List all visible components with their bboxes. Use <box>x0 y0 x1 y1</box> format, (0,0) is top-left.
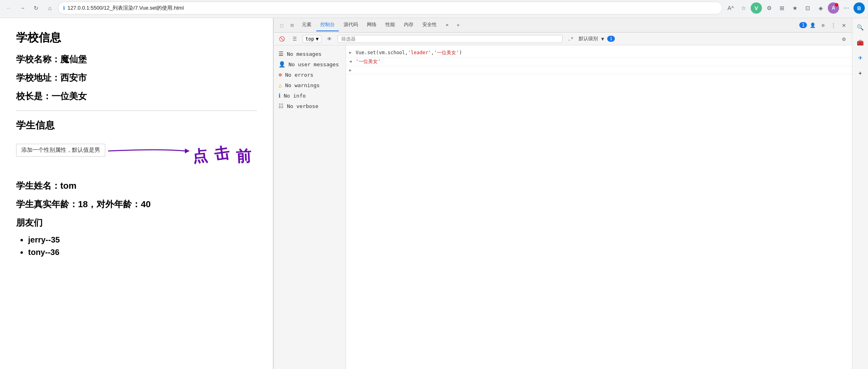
tab-console[interactable]: 控制台 <box>316 19 339 31</box>
eye-icon[interactable]: 👁 <box>325 34 334 44</box>
no-errors-label: No errors <box>285 72 313 78</box>
forward-button[interactable]: → <box>17 2 28 14</box>
friends-title: 朋友们 <box>16 217 257 229</box>
add-btn-area: 添加一个性别属性，默认值是男 点 击 前 <box>16 140 257 172</box>
tab-elements[interactable]: 元素 <box>298 19 315 31</box>
school-leader: 校长是：一位美女 <box>16 90 257 102</box>
devtools-panel: ⬚ ⊡ 元素 控制台 源代码 网络 性能 内存 安全性 » + 1 👤 ⚙ ⋮ … <box>273 18 852 369</box>
copilot-icon[interactable]: ◈ <box>815 2 826 14</box>
favorites-icon[interactable]: ★ <box>789 2 800 14</box>
filter-no-user-messages[interactable]: 👤 No user messages <box>274 59 346 69</box>
page-content: 学校信息 学校名称：魔仙堡 学校地址：西安市 校长是：一位美女 学生信息 添加一… <box>0 18 273 369</box>
level-msg-count: 1 <box>607 36 615 42</box>
console-output: ▶ Vue.set(vm.school,'leader','一位美女') ◀ '… <box>346 45 852 369</box>
devtools-device-icon[interactable]: ⊡ <box>287 20 297 30</box>
clear-console-icon[interactable]: 🚫 <box>277 34 287 44</box>
expand-arrow-1[interactable]: ▶ <box>349 49 354 55</box>
svg-marker-0 <box>185 149 190 153</box>
expand-arrow-3[interactable]: ▶ <box>349 67 354 72</box>
bing-button[interactable]: B <box>854 2 865 14</box>
no-info-label: No info <box>284 93 306 99</box>
no-warnings-label: No warnings <box>285 82 319 88</box>
tab-network[interactable]: 网络 <box>363 19 381 31</box>
list-item: tony--36 <box>28 248 257 257</box>
avatar-wrapper: A <box>828 2 839 14</box>
filter-no-messages[interactable]: ☰ No messages <box>274 49 346 59</box>
regex-icon[interactable]: .* <box>566 34 575 44</box>
no-verbose-label: No verbose <box>287 103 318 109</box>
devtools-body: ☰ No messages 👤 No user messages ⊗ No er… <box>274 45 852 369</box>
star-icon[interactable]: ☆ <box>738 2 749 14</box>
paper-plane-sidebar-icon[interactable]: ✈ <box>854 52 866 64</box>
add-gender-button[interactable]: 添加一个性别属性，默认值是男 <box>16 144 105 157</box>
tab-memory[interactable]: 内存 <box>400 19 418 31</box>
devtools-tab-bar: ⬚ ⊡ 元素 控制台 源代码 网络 性能 内存 安全性 » + 1 👤 ⚙ ⋮ … <box>274 18 852 33</box>
toolbox-sidebar-icon[interactable]: 🧰 <box>854 37 866 49</box>
student-name: 学生姓名：tom <box>16 180 257 192</box>
tab-security[interactable]: 安全性 <box>418 19 441 31</box>
add-sidebar-icon[interactable]: + <box>854 67 866 79</box>
notification-dot <box>835 3 838 6</box>
warnings-icon: △ <box>278 82 282 88</box>
info-icon: ℹ <box>63 5 65 11</box>
school-name: 学校名称：魔仙堡 <box>16 53 257 65</box>
info-icon-filter: ℹ <box>278 92 280 99</box>
console-line-2[interactable]: ◀ '一位美女' <box>346 57 852 66</box>
devtools-more-btn[interactable]: ⋮ <box>829 20 838 30</box>
context-selector[interactable]: top ▼ <box>303 35 321 43</box>
tab-more[interactable]: » <box>442 20 452 31</box>
student-age: 学生真实年龄：18，对外年龄：40 <box>16 198 257 210</box>
address-bar[interactable]: ℹ 127.0.0.1:5500/12_列表渲染/7.Vue.set的使用.ht… <box>58 2 723 14</box>
message-filter-sidebar: ☰ No messages 👤 No user messages ⊗ No er… <box>274 45 346 369</box>
devtools-settings-btn[interactable]: ⚙ <box>818 20 828 30</box>
tab-performance[interactable]: 性能 <box>381 19 399 31</box>
top-label: top <box>305 36 314 42</box>
back-button[interactable]: ← <box>3 2 14 14</box>
extensions-icon[interactable]: ⚙ <box>764 2 775 14</box>
console-result: '一位美女' <box>356 58 381 65</box>
list-item: jerry--35 <box>28 235 257 245</box>
devtools-toolbar: 🚫 ☰ top ▼ 👁 .* 默认级别 ▼ 1 ⚙ <box>274 33 852 45</box>
level-label: 默认级别 <box>579 35 598 42</box>
section-divider <box>16 110 257 111</box>
split-view-icon[interactable]: ⊞ <box>776 2 788 14</box>
filter-no-warnings[interactable]: △ No warnings <box>274 80 346 90</box>
home-button[interactable]: ⌂ <box>44 2 55 14</box>
search-sidebar-icon[interactable]: 🔍 <box>854 21 866 33</box>
toggle-drawer-icon[interactable]: ☰ <box>290 34 299 44</box>
student-section-title: 学生信息 <box>16 119 257 132</box>
messages-icon: ☰ <box>278 51 284 57</box>
url-text: 127.0.0.1:5500/12_列表渲染/7.Vue.set的使用.html <box>68 4 717 12</box>
tab-sources[interactable]: 源代码 <box>340 19 362 31</box>
school-section-title: 学校信息 <box>16 30 257 45</box>
browser-chrome: ← → ↻ ⌂ ℹ 127.0.0.1:5500/12_列表渲染/7.Vue.s… <box>0 0 868 18</box>
console-settings-icon[interactable]: ⚙ <box>839 34 849 44</box>
no-user-messages-label: No user messages <box>289 61 339 67</box>
console-line-3[interactable]: ▶ <box>346 66 852 74</box>
filter-input[interactable] <box>338 35 563 43</box>
filter-no-verbose[interactable]: ☷ No verbose <box>274 101 346 111</box>
expand-arrow-result[interactable]: ◀ <box>349 58 354 63</box>
dropdown-icon: ▼ <box>316 36 319 42</box>
no-messages-label: No messages <box>287 51 321 57</box>
main-area: 学校信息 学校名称：魔仙堡 学校地址：西安市 校长是：一位美女 学生信息 添加一… <box>0 18 868 369</box>
verbose-icon: ☷ <box>278 103 284 109</box>
filter-no-errors[interactable]: ⊗ No errors <box>274 69 346 80</box>
address-bar-row: ← → ↻ ⌂ ℹ 127.0.0.1:5500/12_列表渲染/7.Vue.s… <box>0 0 868 18</box>
console-code-1: Vue.set(vm.school,'leader','一位美女') <box>356 49 462 56</box>
right-sidebar: 🔍 🧰 ✈ + <box>852 18 868 369</box>
more-options-button[interactable]: ⋯ <box>841 2 852 14</box>
console-line-1[interactable]: ▶ Vue.set(vm.school,'leader','一位美女') <box>346 49 852 57</box>
text-size-icon[interactable]: Aᴬ <box>725 2 736 14</box>
vuejs-ext-icon[interactable]: V <box>751 2 762 14</box>
collections-icon[interactable]: ⊡ <box>802 2 813 14</box>
devtools-add-tab-icon[interactable]: + <box>453 20 463 30</box>
devtools-close-btn[interactable]: ✕ <box>839 20 849 30</box>
devtools-inspect-icon[interactable]: ⬚ <box>277 20 287 30</box>
toolbar-icons: Aᴬ ☆ V ⚙ ⊞ ★ ⊡ ◈ A ⋯ B <box>725 2 865 14</box>
refresh-button[interactable]: ↻ <box>31 2 42 14</box>
devtools-user-icon[interactable]: 👤 <box>808 20 817 30</box>
filter-no-info[interactable]: ℹ No info <box>274 90 346 101</box>
svg-text:前: 前 <box>235 147 252 165</box>
devtools-msg-count: 1 <box>799 22 807 28</box>
